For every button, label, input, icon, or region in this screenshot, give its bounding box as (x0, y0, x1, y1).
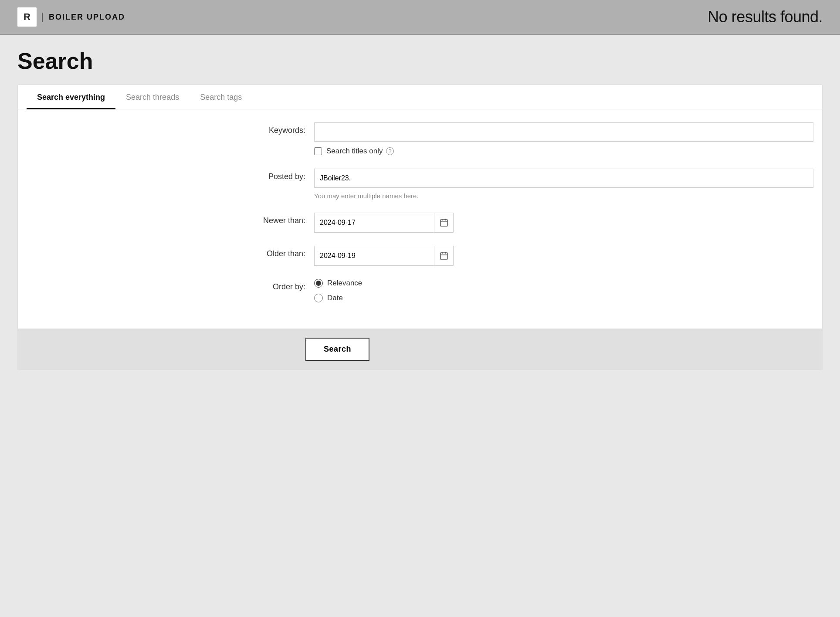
newer-than-control (314, 213, 813, 233)
tab-search-threads[interactable]: Search threads (115, 85, 190, 109)
older-than-label: Older than: (27, 246, 314, 258)
tab-search-everything[interactable]: Search everything (27, 85, 115, 109)
search-titles-only-label: Search titles only ? (326, 147, 394, 156)
search-form: Keywords: Search titles only ? Posted by… (18, 109, 822, 329)
older-than-control (314, 246, 813, 266)
posted-by-row: Posted by: You may enter multiple names … (18, 169, 822, 200)
search-button[interactable]: Search (305, 338, 369, 361)
order-relevance-label: Relevance (327, 279, 362, 288)
search-titles-help-icon[interactable]: ? (386, 147, 394, 155)
svg-rect-0 (440, 220, 447, 226)
posted-by-label: Posted by: (27, 169, 314, 181)
svg-rect-4 (440, 253, 447, 259)
order-by-control: Relevance Date (314, 279, 813, 302)
main-content: Search Search everything Search threads … (0, 35, 840, 387)
keywords-row: Keywords: Search titles only ? (18, 122, 822, 156)
older-than-input[interactable] (315, 246, 434, 265)
newer-than-date-wrapper (314, 213, 454, 233)
order-date-row: Date (314, 294, 813, 302)
order-date-label: Date (327, 294, 343, 302)
search-titles-only-checkbox[interactable] (314, 147, 322, 155)
posted-by-input[interactable] (314, 169, 813, 188)
logo-area: R BOILER UPLOAD (17, 7, 125, 27)
newer-than-calendar-btn[interactable] (434, 213, 453, 232)
logo-icon: R (17, 7, 37, 27)
tab-search-tags[interactable]: Search tags (190, 85, 252, 109)
order-by-label: Order by: (27, 279, 314, 292)
older-than-calendar-btn[interactable] (434, 246, 453, 265)
order-date-radio[interactable] (314, 294, 323, 302)
order-by-row: Order by: Relevance Date (18, 279, 822, 302)
site-name: BOILER UPLOAD (42, 13, 125, 22)
search-titles-only-row: Search titles only ? (314, 147, 813, 156)
tab-bar: Search everything Search threads Search … (18, 85, 822, 109)
search-tab-container: Search everything Search threads Search … (17, 85, 823, 370)
order-relevance-row: Relevance (314, 279, 813, 288)
keywords-control: Search titles only ? (314, 122, 813, 156)
keywords-label: Keywords: (27, 122, 314, 135)
newer-than-row: Newer than: (18, 213, 822, 233)
posted-by-helper: You may enter multiple names here. (314, 192, 813, 200)
older-than-row: Older than: (18, 246, 822, 266)
page-title: Search (17, 48, 823, 74)
form-footer: Search (18, 329, 822, 370)
order-relevance-radio[interactable] (314, 279, 323, 288)
posted-by-control: You may enter multiple names here. (314, 169, 813, 200)
site-header: R BOILER UPLOAD No results found. (0, 0, 840, 35)
older-than-date-wrapper (314, 246, 454, 266)
newer-than-input[interactable] (315, 213, 434, 232)
order-by-radio-group: Relevance Date (314, 279, 813, 302)
newer-than-label: Newer than: (27, 213, 314, 225)
keywords-input[interactable] (314, 122, 813, 142)
search-status: No results found. (708, 8, 823, 26)
